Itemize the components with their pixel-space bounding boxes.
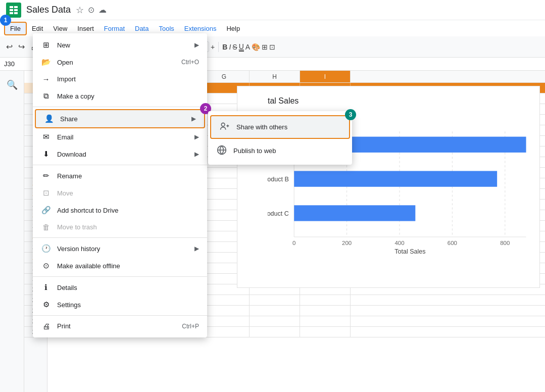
copy-icon: ⧉ <box>41 91 51 101</box>
menu-edit[interactable]: Edit <box>27 23 48 34</box>
offline-icon: ⊙ <box>41 261 51 270</box>
download-icon: ⬇ <box>41 150 51 159</box>
menu-item-offline[interactable]: ⊙ Make available offline <box>33 257 207 274</box>
menu-data[interactable]: Data <box>130 23 154 34</box>
svg-rect-4 <box>10 12 13 14</box>
bold-btn[interactable]: B <box>222 43 227 51</box>
italic-btn[interactable]: I <box>229 43 231 51</box>
share-with-others-item[interactable]: Share with others 3 <box>210 115 350 139</box>
copy-label: Make a copy <box>57 92 199 100</box>
menu-item-details[interactable]: ℹ Details <box>33 279 207 296</box>
menu-view[interactable]: View <box>48 23 72 34</box>
svg-rect-12 <box>294 205 415 221</box>
font-size-inc[interactable]: + <box>211 43 215 51</box>
share-with-others-icon <box>219 121 230 133</box>
strikethrough-btn[interactable]: S <box>232 43 237 51</box>
settings-icon: ⚙ <box>41 300 51 309</box>
col-h: H <box>250 71 300 82</box>
doc-title: Sales Data <box>26 5 71 15</box>
svg-point-24 <box>221 123 225 126</box>
menu-item-email[interactable]: ✉ Email ▶ <box>33 128 207 145</box>
print-label: Print <box>57 322 176 330</box>
menu-insert[interactable]: Insert <box>72 23 99 34</box>
settings-label: Settings <box>57 301 199 309</box>
menu-tools[interactable]: Tools <box>154 23 179 34</box>
print-shortcut: Ctrl+P <box>182 323 199 330</box>
email-label: Email <box>57 133 188 141</box>
share-icon: 👤 <box>44 114 54 123</box>
trash-label: Move to trash <box>57 223 199 231</box>
share-label: Share <box>60 115 185 123</box>
menu-item-shortcut[interactable]: 🔗 Add shortcut to Drive <box>33 202 207 219</box>
svg-text:Product B: Product B <box>268 176 289 183</box>
text-color-btn[interactable]: A <box>245 43 250 51</box>
redo-btn[interactable]: ↪ <box>16 40 27 54</box>
svg-text:Total Sales: Total Sales <box>394 248 425 255</box>
merge-btn[interactable]: ⊡ <box>269 43 275 51</box>
download-arrow: ▶ <box>194 151 199 158</box>
star-icon[interactable]: ☆ <box>76 5 84 16</box>
menu-item-move[interactable]: ⊡ Move <box>33 184 207 202</box>
badge-1: 1 <box>0 15 11 26</box>
svg-text:600: 600 <box>448 240 457 246</box>
menu-file[interactable]: File 1 <box>4 22 27 35</box>
svg-rect-1 <box>14 6 18 8</box>
history-arrow: ▶ <box>194 245 199 252</box>
menu-item-settings[interactable]: ⚙ Settings <box>33 296 207 313</box>
svg-rect-2 <box>10 9 13 11</box>
rename-icon: ✏ <box>41 171 51 180</box>
menu-item-open[interactable]: 📂 Open Ctrl+O <box>33 54 207 71</box>
menu-item-new[interactable]: ⊞ New ▶ <box>33 36 207 54</box>
import-icon: → <box>41 75 51 83</box>
menu-extensions[interactable]: Extensions <box>179 23 222 34</box>
shortcut-icon: 🔗 <box>41 206 51 215</box>
email-arrow: ▶ <box>194 133 199 140</box>
offline-label: Make available offline <box>57 262 199 270</box>
rename-label: Rename <box>57 172 199 180</box>
menu-item-rename[interactable]: ✏ Rename <box>33 167 207 184</box>
details-icon: ℹ <box>41 283 51 292</box>
cloud-icon[interactable]: ☁ <box>98 5 107 15</box>
move-label: Move <box>57 189 199 197</box>
publish-icon <box>216 145 227 157</box>
shortcut-label: Add shortcut to Drive <box>57 207 199 214</box>
search-sidebar-icon[interactable]: 🔍 <box>4 77 20 93</box>
svg-text:400: 400 <box>394 240 404 246</box>
menu-help[interactable]: Help <box>221 23 245 34</box>
share-with-others-label: Share with others <box>236 123 341 131</box>
undo-btn[interactable]: ↩ <box>4 40 15 54</box>
left-sidebar: 🔍 <box>0 71 24 392</box>
trash-icon: 🗑 <box>41 223 51 231</box>
history-icon: 🕐 <box>41 244 51 253</box>
borders-btn[interactable]: ⊞ <box>262 43 268 51</box>
menu-item-print[interactable]: 🖨 Print Ctrl+P <box>33 318 207 334</box>
svg-text:200: 200 <box>342 240 352 246</box>
email-icon: ✉ <box>41 132 51 141</box>
version-history-label: Version history <box>57 245 188 253</box>
highlight-btn[interactable]: 🎨 <box>252 43 260 51</box>
svg-text:Product C: Product C <box>268 210 289 217</box>
menu-item-version-history[interactable]: 🕐 Version history ▶ <box>33 240 207 257</box>
underline-btn[interactable]: U <box>239 42 244 52</box>
title-icons: ☆ ⊙ ☁ <box>76 5 107 16</box>
file-menu: ⊞ New ▶ 📂 Open Ctrl+O → Import ⧉ Make a … <box>33 33 207 337</box>
move-icon: ⊡ <box>41 188 51 198</box>
menu-item-download[interactable]: ⬇ Download ▶ <box>33 145 207 163</box>
svg-text:0: 0 <box>292 240 295 246</box>
publish-to-web-item[interactable]: Publish to web <box>208 140 352 162</box>
menu-item-share[interactable]: 👤 Share ▶ 2 <box>35 109 205 128</box>
svg-rect-0 <box>10 6 13 8</box>
import-label: Import <box>57 75 199 83</box>
menu-item-trash[interactable]: 🗑 Move to trash <box>33 219 207 235</box>
menu-item-import[interactable]: → Import <box>33 71 207 87</box>
publish-to-web-label: Publish to web <box>233 147 344 155</box>
open-icon: 📂 <box>41 58 51 67</box>
badge-3: 3 <box>345 109 356 120</box>
menu-format[interactable]: Format <box>99 23 130 34</box>
drive-icon[interactable]: ⊙ <box>88 5 94 15</box>
svg-rect-3 <box>14 9 18 11</box>
menu-item-copy[interactable]: ⧉ Make a copy <box>33 87 207 105</box>
share-arrow: ▶ <box>191 115 196 122</box>
new-label: New <box>57 41 188 49</box>
chart-title: tal Sales <box>268 96 531 106</box>
